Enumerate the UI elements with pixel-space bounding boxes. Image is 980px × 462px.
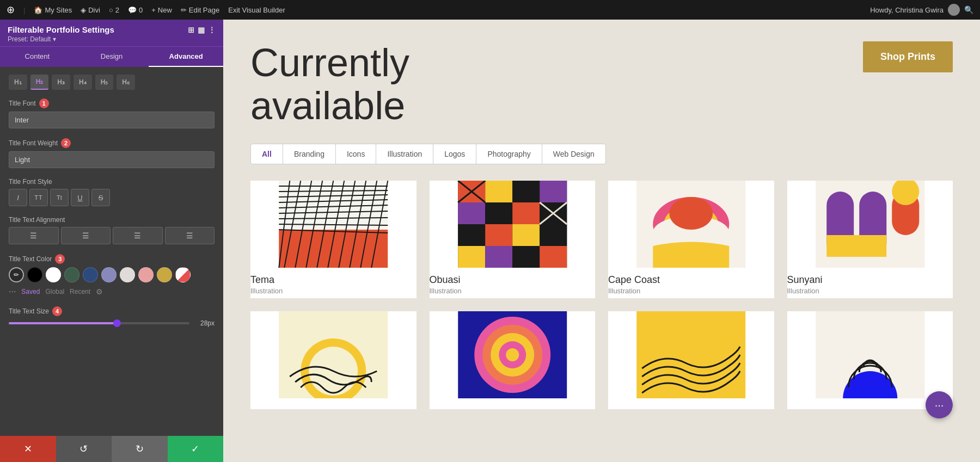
portfolio-info-tema: Tema Illustration	[250, 268, 416, 298]
heading-h3[interactable]: H₃	[52, 75, 70, 90]
wp-logo-icon[interactable]: ⊕	[7, 4, 15, 16]
portfolio-thumb-5	[250, 311, 416, 398]
svg-rect-23	[485, 181, 512, 202]
portfolio-cat-cape-coast: Illustration	[608, 287, 774, 295]
new-link[interactable]: + New	[151, 6, 172, 14]
slider-track[interactable]	[9, 322, 189, 324]
more-colors-icon[interactable]: ···	[9, 287, 16, 297]
cancel-button[interactable]: ✕	[0, 436, 56, 462]
pencil-icon: ✏	[181, 6, 187, 14]
filter-tab-photography[interactable]: Photography	[476, 144, 542, 164]
exit-builder-link[interactable]: Exit Visual Builder	[228, 6, 285, 14]
portfolio-grid: Tema Illustration	[250, 181, 953, 409]
heading-h2[interactable]: H₂	[30, 75, 49, 90]
portfolio-item-7[interactable]	[608, 311, 774, 409]
shop-prints-button[interactable]: Shop Prints	[863, 41, 953, 72]
redo-button[interactable]: ↻	[112, 436, 168, 462]
heading-h5[interactable]: H₅	[95, 75, 114, 90]
portfolio-item-5[interactable]	[250, 311, 416, 409]
saved-tag[interactable]: Saved	[21, 288, 40, 295]
svg-rect-36	[512, 246, 540, 268]
slider-thumb[interactable]	[113, 319, 121, 327]
filter-tab-all[interactable]: All	[251, 144, 283, 164]
global-tag[interactable]: Global	[45, 288, 64, 295]
copy-icon[interactable]: ⊞	[188, 26, 194, 34]
title-text-size-label: Title Text Size 4	[9, 306, 215, 316]
color-swatch-navy[interactable]	[83, 267, 98, 282]
portfolio-item-6[interactable]	[430, 311, 596, 409]
title-font-select[interactable]: Inter	[9, 112, 215, 128]
filter-tab-branding[interactable]: Branding	[283, 144, 336, 164]
panel-header: Filterable Portfolio Settings ⊞ ▦ ⋮ Pres…	[0, 20, 223, 46]
portfolio-item-sunyani[interactable]: Sunyani Illustration	[787, 181, 953, 298]
panel-title-icons: ⊞ ▦ ⋮	[188, 26, 216, 34]
color-swatches: ✏	[9, 267, 215, 282]
title-font-weight-label: Title Font Weight 2	[9, 138, 215, 148]
filter-tab-logos[interactable]: Logos	[433, 144, 476, 164]
portfolio-item-8[interactable]	[787, 311, 953, 409]
title-font-weight-select[interactable]: Light	[9, 151, 215, 168]
comments-link[interactable]: ○ 2	[109, 6, 119, 14]
fab-button[interactable]: ···	[926, 391, 953, 418]
filter-tab-illustration[interactable]: Illustration	[376, 144, 433, 164]
filter-tab-webdesign[interactable]: Web Design	[542, 144, 605, 164]
color-swatch-diagonal[interactable]	[175, 267, 191, 282]
color-swatch-black[interactable]	[27, 267, 42, 282]
svg-rect-31	[485, 224, 512, 246]
circle-icon: ○	[109, 6, 113, 14]
svg-rect-27	[485, 202, 512, 224]
underline-btn[interactable]: U	[71, 189, 89, 206]
tab-design[interactable]: Design	[75, 47, 149, 67]
portfolio-cat-sunyani: Illustration	[787, 287, 953, 295]
color-picker-active[interactable]: ✏	[9, 267, 24, 282]
portfolio-item-tema[interactable]: Tema Illustration	[250, 181, 416, 298]
edit-page-link[interactable]: ✏ Edit Page	[181, 6, 219, 14]
preset-selector[interactable]: Preset: Default ▾	[8, 35, 216, 43]
tab-advanced[interactable]: Advanced	[149, 47, 223, 67]
heading-h4[interactable]: H₄	[74, 75, 92, 90]
uppercase-btn[interactable]: TT	[29, 189, 48, 206]
recent-tag[interactable]: Recent	[70, 288, 90, 295]
home-icon: 🏠	[34, 6, 42, 14]
color-swatch-green[interactable]	[64, 267, 79, 282]
italic-btn[interactable]: I	[9, 189, 27, 206]
panel-tabs: Content Design Advanced	[0, 46, 223, 67]
color-swatch-gold[interactable]	[157, 267, 172, 282]
search-icon[interactable]: 🔍	[964, 5, 973, 14]
more-icon[interactable]: ⋮	[208, 26, 216, 34]
divi-link[interactable]: ◈ Divi	[81, 6, 100, 14]
color-swatch-lavender[interactable]	[101, 267, 117, 282]
filter-tabs: All Branding Icons Illustration Logos Ph…	[250, 144, 606, 164]
capitalize-btn[interactable]: Tt	[50, 189, 69, 206]
filter-tab-icons[interactable]: Icons	[336, 144, 376, 164]
heading-h1[interactable]: H₁	[9, 75, 27, 90]
color-swatch-light[interactable]	[120, 267, 135, 282]
portfolio-thumb-8	[787, 311, 953, 398]
align-justify-btn[interactable]: ☰	[165, 227, 215, 244]
color-settings-icon[interactable]: ⚙	[96, 287, 103, 296]
tab-content[interactable]: Content	[0, 47, 75, 67]
title-text-color-label: Title Text Color 3	[9, 254, 215, 264]
portfolio-info-5	[250, 398, 416, 409]
align-left-btn[interactable]: ☰	[9, 227, 59, 244]
portfolio-item-obuasi[interactable]: Obuasi Illustration	[430, 181, 596, 298]
replies-link[interactable]: 💬 0	[128, 6, 143, 14]
svg-rect-30	[458, 224, 485, 246]
title-text-alignment-field: Title Text Alignment ☰ ☰ ☰ ☰	[9, 216, 215, 244]
undo-button[interactable]: ↺	[56, 436, 112, 462]
portfolio-thumb-6	[430, 311, 596, 398]
color-swatch-white[interactable]	[46, 267, 61, 282]
color-swatch-pink[interactable]	[138, 267, 154, 282]
my-sites-link[interactable]: 🏠 My Sites	[34, 6, 72, 14]
grid-icon[interactable]: ▦	[198, 26, 205, 34]
portfolio-info-7	[608, 398, 774, 409]
color-saved-row: ··· Saved Global Recent ⚙	[9, 287, 215, 297]
align-right-btn[interactable]: ☰	[113, 227, 163, 244]
size-value: 28px	[195, 319, 215, 327]
portfolio-item-cape-coast[interactable]: Cape Coast Illustration	[608, 181, 774, 298]
align-center-btn[interactable]: ☰	[61, 227, 111, 244]
heading-h6[interactable]: H₆	[117, 75, 135, 90]
portfolio-thumb-obuasi	[430, 181, 596, 268]
confirm-button[interactable]: ✓	[168, 436, 224, 462]
strikethrough-btn[interactable]: S	[91, 189, 110, 206]
